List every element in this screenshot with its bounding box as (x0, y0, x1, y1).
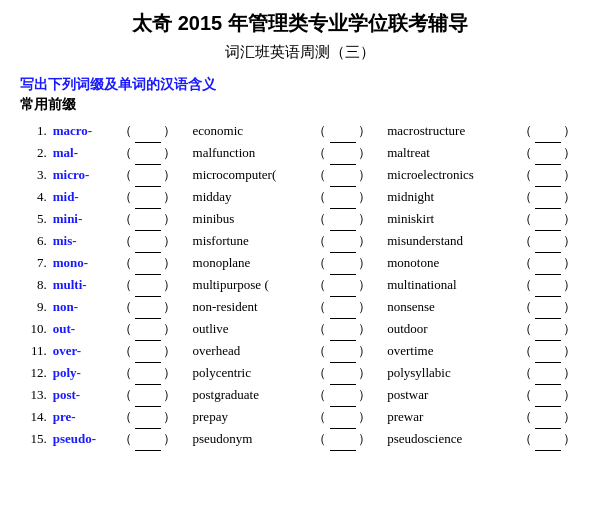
blank-3 (535, 230, 561, 252)
paren-open-1: （ (117, 406, 136, 428)
blank-1 (135, 384, 161, 406)
blank-1 (135, 428, 161, 450)
paren-open-1: （ (117, 208, 136, 230)
word1: microcomputer( (191, 164, 312, 186)
blank-1 (135, 208, 161, 230)
word1: polycentric (191, 362, 312, 384)
prefix: out- (51, 318, 117, 340)
word1: outlive (191, 318, 312, 340)
word1: non-resident (191, 296, 312, 318)
row-number: 11. (20, 340, 51, 362)
blank-3 (535, 318, 561, 340)
paren-close-1: ） (161, 296, 180, 318)
paren-open-2: （ (311, 120, 330, 142)
prefix: mini- (51, 208, 117, 230)
word2: multinational (385, 274, 517, 296)
row-number: 3. (20, 164, 51, 186)
paren-close-1: ） (161, 340, 180, 362)
paren-open-2: （ (311, 296, 330, 318)
table-row: 13. post- （ ） postgraduate （ ） postwar （… (20, 384, 580, 406)
blank-3 (535, 428, 561, 450)
word1: minibus (191, 208, 312, 230)
word2: overtime (385, 340, 517, 362)
paren-open-3: （ (517, 318, 536, 340)
blank-2 (330, 318, 356, 340)
paren-open-2: （ (311, 164, 330, 186)
paren-close-2: ） (356, 406, 375, 428)
row-number: 14. (20, 406, 51, 428)
table-row: 4. mid- （ ） midday （ ） midnight （ ） (20, 186, 580, 208)
paren-open-1: （ (117, 362, 136, 384)
word2: nonsense (385, 296, 517, 318)
paren-open-2: （ (311, 230, 330, 252)
prefix: mid- (51, 186, 117, 208)
blank-1 (135, 186, 161, 208)
table-row: 6. mis- （ ） misfortune （ ） misunderstand… (20, 230, 580, 252)
paren-close-2: ） (356, 142, 375, 164)
word1: multipurpose ( (191, 274, 312, 296)
paren-close-1: ） (161, 208, 180, 230)
paren-close-3: ） (561, 252, 580, 274)
paren-close-2: ） (356, 230, 375, 252)
paren-open-2: （ (311, 274, 330, 296)
word1: midday (191, 186, 312, 208)
row-number: 7. (20, 252, 51, 274)
paren-open-1: （ (117, 164, 136, 186)
prefix: micro- (51, 164, 117, 186)
section-label: 常用前缀 (20, 96, 580, 114)
paren-close-2: ） (356, 274, 375, 296)
paren-open-3: （ (517, 208, 536, 230)
blank-2 (330, 230, 356, 252)
blank-2 (330, 142, 356, 164)
paren-open-3: （ (517, 252, 536, 274)
row-number: 2. (20, 142, 51, 164)
blank-3 (535, 164, 561, 186)
paren-close-1: ） (161, 120, 180, 142)
paren-open-3: （ (517, 296, 536, 318)
blank-1 (135, 252, 161, 274)
blank-3 (535, 186, 561, 208)
word2: outdoor (385, 318, 517, 340)
table-row: 8. multi- （ ） multipurpose ( （ ） multina… (20, 274, 580, 296)
paren-close-2: ） (356, 120, 375, 142)
prefix: pre- (51, 406, 117, 428)
paren-close-1: ） (161, 164, 180, 186)
prefix: over- (51, 340, 117, 362)
paren-close-1: ） (161, 274, 180, 296)
table-row: 10. out- （ ） outlive （ ） outdoor （ ） (20, 318, 580, 340)
blank-1 (135, 274, 161, 296)
word2: prewar (385, 406, 517, 428)
word1: monoplane (191, 252, 312, 274)
word1: postgraduate (191, 384, 312, 406)
paren-close-1: ） (161, 318, 180, 340)
paren-close-3: ） (561, 340, 580, 362)
paren-open-1: （ (117, 340, 136, 362)
paren-close-1: ） (161, 428, 180, 450)
paren-open-3: （ (517, 186, 536, 208)
row-number: 6. (20, 230, 51, 252)
paren-close-3: ） (561, 384, 580, 406)
paren-close-3: ） (561, 318, 580, 340)
table-row: 2. mal- （ ） malfunction （ ） maltreat （ ） (20, 142, 580, 164)
row-number: 4. (20, 186, 51, 208)
paren-close-3: ） (561, 428, 580, 450)
word1: pseudonym (191, 428, 312, 450)
main-title: 太奇 2015 年管理类专业学位联考辅导 (20, 10, 580, 37)
blank-3 (535, 296, 561, 318)
word2: monotone (385, 252, 517, 274)
blank-2 (330, 120, 356, 142)
paren-open-1: （ (117, 142, 136, 164)
paren-close-3: ） (561, 142, 580, 164)
paren-open-3: （ (517, 142, 536, 164)
blank-1 (135, 340, 161, 362)
paren-close-1: ） (161, 142, 180, 164)
blank-2 (330, 252, 356, 274)
blank-3 (535, 252, 561, 274)
blank-2 (330, 384, 356, 406)
paren-close-2: ） (356, 340, 375, 362)
blank-3 (535, 120, 561, 142)
paren-open-3: （ (517, 164, 536, 186)
table-row: 11. over- （ ） overhead （ ） overtime （ ） (20, 340, 580, 362)
blank-2 (330, 406, 356, 428)
paren-open-1: （ (117, 186, 136, 208)
